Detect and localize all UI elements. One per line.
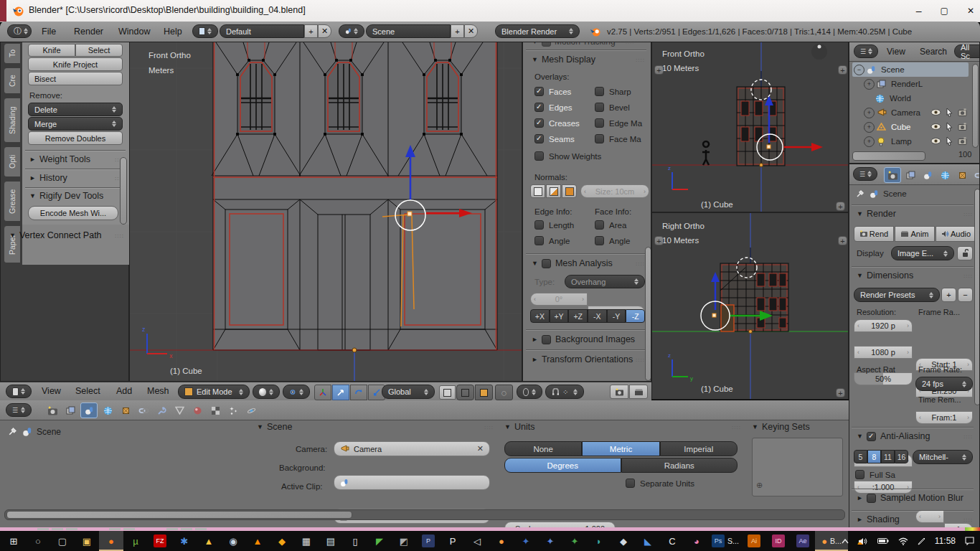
material-context-tab[interactable] (189, 403, 205, 418)
layout-add-button[interactable]: + (304, 24, 318, 38)
selectability-icon[interactable] (946, 108, 953, 118)
edge-ma-checkbox[interactable] (595, 118, 604, 128)
rigify-panel-header[interactable]: ▼Rigify Dev Tools (29, 191, 124, 201)
screen-layout-button[interactable] (192, 24, 218, 38)
rotation-units-radians-button[interactable]: Radians (621, 458, 738, 473)
taskbar-task-view[interactable]: ▢ (50, 531, 75, 551)
bottom-h-scrollbar[interactable] (6, 511, 352, 519)
axis-toggle-posy[interactable]: +Y (550, 309, 569, 323)
outliner-item-lamp[interactable]: +Lamp (852, 134, 969, 149)
outliner-item-world[interactable]: World (852, 91, 969, 105)
scene-context-tab[interactable] (920, 168, 936, 182)
expander-icon[interactable]: + (864, 79, 875, 90)
render-panel-header[interactable]: ▼Render:::: (857, 209, 973, 219)
scene-context-tab[interactable] (80, 402, 98, 418)
viewport-tr-plus-left[interactable]: + (654, 65, 664, 75)
render-engine-select[interactable]: Blender Render (495, 24, 580, 38)
render-anim-button[interactable]: Anim (895, 226, 935, 242)
bevel-checkbox[interactable] (595, 103, 604, 112)
physics-context-tab[interactable] (243, 403, 259, 418)
dimensions-panel-header[interactable]: ▼Dimensions:::: (857, 270, 973, 281)
analysis-type-select[interactable]: Overhang (565, 275, 645, 288)
faces-checkbox[interactable] (534, 87, 544, 96)
pen-icon[interactable] (918, 537, 925, 545)
render-presets-select[interactable]: Render Presets (854, 288, 940, 302)
edge-select-mode-button[interactable] (456, 385, 474, 400)
taskbar-steam[interactable]: ◉ (221, 531, 245, 551)
resolution-x-field[interactable]: ‹1920 p› (854, 319, 913, 332)
outliner-search-menu[interactable]: Search (920, 47, 947, 57)
mesh-analysis-checkbox[interactable] (542, 259, 551, 268)
tool-shelf-tab-grease[interactable]: Grease (4, 182, 21, 222)
scene-panel-header[interactable]: ▼Scene:::: (257, 422, 494, 432)
normals-face-button[interactable] (562, 184, 577, 198)
face-ma-checkbox[interactable] (595, 134, 604, 143)
texture-context-tab[interactable] (207, 403, 223, 418)
maximize-button[interactable]: ▢ (941, 6, 948, 16)
viewport-top-right[interactable]: z Front Ortho 10 Meters (1) Cube + + + (651, 42, 849, 212)
full-sample-checkbox[interactable] (855, 470, 864, 479)
select-button[interactable]: Select (75, 44, 123, 57)
pin-icon[interactable] (855, 189, 865, 199)
keying-sets-panel-header[interactable]: ▼Keying Sets (752, 422, 842, 432)
face-select-mode-button[interactable] (475, 385, 493, 400)
outliner-editor-type-button[interactable]: ☰ (854, 44, 878, 58)
aa-samples-11[interactable]: 11 (881, 450, 895, 463)
taskbar-document[interactable]: ▯ (343, 531, 367, 551)
mesh-display-panel-header[interactable]: ▼Mesh Display:::: (532, 55, 645, 65)
minimize-button[interactable]: – (916, 5, 922, 17)
particles-context-tab[interactable] (225, 403, 241, 418)
vertex-connect-path-header[interactable]: ▼Vertex Connect Path:::: (9, 230, 124, 240)
show-weights-checkbox[interactable] (534, 151, 544, 161)
manipulator-translate-toggle[interactable] (332, 385, 349, 400)
taskbar-photoshop[interactable]: PsS... (709, 531, 742, 551)
close-button[interactable]: ✕ (967, 6, 974, 16)
notification-center-icon[interactable] (965, 537, 974, 545)
menu-window[interactable]: Window (118, 27, 150, 37)
vertex-select-mode-button[interactable] (439, 385, 456, 400)
axis-toggle-negz[interactable]: -Z (626, 309, 645, 323)
transform-orientations-panel-header[interactable]: ►Transform Orientations:::: (532, 354, 645, 364)
background-images-panel-header[interactable]: ► Background Images (532, 334, 645, 344)
properties-scrollbar[interactable] (974, 189, 980, 405)
expander-icon[interactable]: + (864, 108, 875, 118)
world-context-tab[interactable] (100, 403, 116, 418)
encode-mesh-button[interactable]: Encode Mesh Wi... (28, 206, 118, 220)
renderability-icon[interactable] (958, 108, 967, 118)
taskbar-app-green[interactable]: ◤ (367, 531, 392, 551)
selectability-icon[interactable] (946, 136, 953, 147)
face-angle-checkbox[interactable] (595, 236, 604, 245)
analysis-angle-min-field[interactable]: ‹0°› (530, 293, 588, 306)
object-context-tab[interactable] (118, 403, 133, 418)
opengl-render-anim-button[interactable] (629, 385, 648, 399)
taskbar-blender-small[interactable]: ● (489, 531, 514, 551)
aa-samples-8[interactable]: 8 (867, 450, 881, 463)
pin-icon[interactable] (7, 426, 18, 437)
edge-length-checkbox[interactable] (534, 220, 544, 230)
n-panel-scrollbar[interactable] (645, 247, 651, 381)
frame-step-field[interactable]: ‹Fram:1› (915, 411, 973, 424)
aa-samples-16[interactable]: 16 (895, 450, 908, 463)
properties-editor-type-button[interactable]: ☰ (853, 167, 877, 181)
unit-system-imperial-button[interactable]: Imperial (660, 441, 738, 456)
taskbar-start[interactable]: ⊞ (1, 531, 26, 551)
edges-checkbox[interactable] (534, 103, 544, 112)
normals-size-field[interactable]: ‹Size: 10cm› (580, 184, 649, 198)
taskbar-app-bird-blue2[interactable]: ✦ (538, 531, 562, 551)
tool-shelf-scrollbar[interactable] (120, 157, 127, 225)
render-context-tab[interactable] (884, 167, 901, 183)
taskbar-app-bird-green[interactable]: ✦ (562, 531, 587, 551)
rotation-units-degrees-button[interactable]: Degrees (504, 458, 621, 473)
normals-vertex-button[interactable] (530, 184, 545, 198)
layout-close-button[interactable]: ✕ (318, 24, 331, 38)
taskbar-cortana-search[interactable]: ○ (26, 531, 50, 551)
selectability-icon[interactable] (946, 122, 953, 133)
scene-add-button[interactable]: + (451, 24, 464, 38)
taskbar-calculator[interactable]: ▦ (294, 531, 319, 551)
render-still-button[interactable]: Rend (854, 226, 894, 242)
mesh-menu[interactable]: Mesh (147, 386, 169, 396)
sharp-checkbox[interactable] (595, 87, 604, 96)
data-context-tab[interactable] (171, 403, 187, 418)
resolution-pct-slider[interactable]: 50% (854, 372, 913, 385)
history-panel-header[interactable]: ►History:::: (29, 173, 124, 183)
